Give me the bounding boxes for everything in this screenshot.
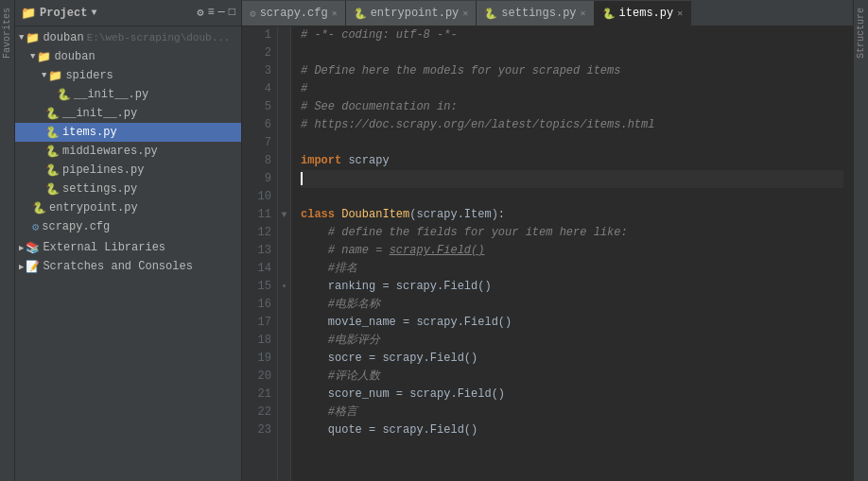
maximize-icon[interactable]: □ (229, 6, 235, 20)
tree-scratches-consoles[interactable]: ▶ 📝 Scratches and Consoles (15, 257, 241, 276)
line-num-6: 6 (242, 116, 271, 134)
structure-label[interactable]: Structure (854, 0, 868, 66)
external-icon: 📚 (26, 241, 40, 255)
fold-marker-2 (278, 44, 290, 62)
douban-arrow-icon: ▼ (30, 52, 35, 61)
line-num-21: 21 (242, 386, 271, 404)
project-dropdown-icon[interactable]: ▼ (91, 8, 96, 18)
python-file-icon-7: 🐍 (32, 201, 46, 215)
scratches-consoles-label: Scratches and Consoles (43, 260, 192, 273)
tab-items-py[interactable]: 🐍 items.py ✕ (595, 1, 692, 26)
code-line-4: # (301, 80, 843, 98)
file-tree: ▼ 📁 douban E:\web-scraping\doub... ▼ 📁 d… (15, 26, 241, 481)
fold-marker-11[interactable]: ▼ (278, 206, 290, 224)
python-file-icon-4: 🐍 (45, 145, 60, 159)
code-line-23: quote = scrapy.Field() (301, 421, 843, 439)
external-libraries-label: External Libraries (43, 241, 165, 254)
scratches-icon: 📝 (26, 260, 40, 274)
tab-entrypoint-icon: 🐍 (354, 8, 367, 20)
tree-items-py[interactable]: 🐍 items.py (15, 123, 241, 142)
tree-middlewares-py[interactable]: 🐍 middlewares.py (15, 142, 241, 161)
fold-marker-1 (278, 26, 290, 44)
menu-icon[interactable]: ≡ (207, 6, 214, 20)
code-line-9 (301, 170, 843, 188)
fold-marker-12 (278, 224, 290, 242)
root-arrow-icon: ▼ (19, 33, 24, 43)
scratches-arrow-icon: ▶ (19, 262, 24, 272)
code-line-7 (301, 134, 843, 152)
line-num-19: 19 (242, 350, 271, 368)
line-num-16: 16 (242, 296, 271, 314)
tab-scrapy-cfg-label: scrapy.cfg (260, 7, 328, 20)
tab-items-close[interactable]: ✕ (677, 8, 683, 19)
scrapy-cfg-label: scrapy.cfg (42, 220, 110, 233)
code-line-18: #电影评分 (301, 332, 843, 350)
fold-marker-10 (278, 188, 290, 206)
code-line-22: #格言 (301, 404, 843, 421)
items-py-label: items.py (62, 126, 117, 139)
tab-scrapy-cfg-icon: ⚙ (250, 8, 256, 20)
project-title[interactable]: Project (40, 7, 87, 20)
line-num-18: 18 (242, 332, 271, 350)
code-line-3: # Define here the models for your scrape… (301, 62, 843, 80)
line-num-23: 23 (242, 421, 271, 439)
code-line-10 (301, 188, 843, 206)
tree-init-douban[interactable]: 🐍 __init__.py (15, 104, 241, 123)
tab-scrapy-cfg[interactable]: ⚙ scrapy.cfg ✕ (242, 1, 346, 26)
code-line-13: # name = scrapy.Field() (301, 242, 843, 260)
line-num-3: 3 (242, 62, 271, 80)
line-num-15: 15 (242, 278, 271, 296)
structure-panel: Structure (853, 0, 868, 481)
tab-settings-py[interactable]: 🐍 settings.py ✕ (477, 1, 594, 26)
entrypoint-py-label: entrypoint.py (49, 201, 138, 215)
code-area[interactable]: # -*- coding: utf-8 -*- # Define here th… (291, 26, 853, 481)
tree-external-libraries[interactable]: ▶ 📚 External Libraries (15, 238, 241, 257)
external-arrow-icon: ▶ (19, 243, 24, 253)
line-num-20: 20 (242, 368, 271, 386)
tree-entrypoint-py[interactable]: 🐍 entrypoint.py (15, 198, 241, 217)
spiders-folder-icon: 📁 (48, 69, 62, 83)
code-line-15: ranking = scrapy.Field() (301, 278, 843, 296)
python-file-icon-2: 🐍 (45, 107, 60, 121)
settings-icon[interactable]: ⚙ (197, 6, 203, 20)
root-path: E:\web-scraping\doub... (87, 32, 231, 43)
tab-settings-close[interactable]: ✕ (581, 8, 586, 19)
tree-root[interactable]: ▼ 📁 douban E:\web-scraping\doub... (15, 28, 241, 47)
line-num-8: 8 (242, 152, 271, 170)
fold-marker-5 (278, 98, 290, 116)
tab-entrypoint-close[interactable]: ✕ (462, 8, 468, 19)
fold-gutter: ▼ • (278, 26, 291, 481)
python-file-icon-1: 🐍 (57, 88, 71, 102)
code-line-14: #排名 (301, 260, 843, 278)
favorites-label[interactable]: Favorites (0, 0, 14, 66)
code-line-6: # https://doc.scrapy.org/en/latest/topic… (301, 116, 843, 134)
code-line-2 (301, 44, 843, 62)
douban-folder-label: douban (54, 50, 95, 63)
fold-marker-7 (278, 134, 290, 152)
tab-entrypoint-py[interactable]: 🐍 entrypoint.py ✕ (346, 1, 477, 26)
python-file-icon-3: 🐍 (45, 126, 60, 140)
tree-settings-py[interactable]: 🐍 settings.py (15, 180, 241, 198)
middlewares-py-label: middlewares.py (62, 145, 158, 158)
tab-scrapy-cfg-close[interactable]: ✕ (332, 8, 338, 19)
code-line-5: # See documentation in: (301, 98, 843, 116)
tree-spiders-folder[interactable]: ▼ 📁 spiders (15, 66, 241, 85)
tree-douban-folder[interactable]: ▼ 📁 douban (15, 47, 241, 66)
line-numbers: 1 2 3 4 5 6 7 8 9 10 11 12 13 14 15 16 1… (242, 26, 278, 481)
tree-pipelines-py[interactable]: 🐍 pipelines.py (15, 161, 241, 180)
code-line-16: #电影名称 (301, 296, 843, 314)
line-num-4: 4 (242, 80, 271, 98)
editor-container: ⚙ scrapy.cfg ✕ 🐍 entrypoint.py ✕ 🐍 setti… (242, 0, 853, 481)
folder-icon: 📁 (21, 6, 36, 21)
root-folder-icon: 📁 (26, 31, 40, 45)
config-file-icon: ⚙ (32, 220, 39, 234)
tree-init-spiders[interactable]: 🐍 __init__.py (15, 85, 241, 104)
fold-marker-8 (278, 152, 290, 170)
python-file-icon-6: 🐍 (45, 182, 60, 197)
tree-scrapy-cfg[interactable]: ⚙ scrapy.cfg (15, 217, 241, 236)
minimize-icon[interactable]: — (218, 6, 225, 20)
tab-items-icon: 🐍 (602, 8, 616, 20)
code-line-8: import scrapy (301, 152, 843, 170)
line-num-22: 22 (242, 404, 271, 421)
fold-marker-15[interactable]: • (278, 278, 290, 296)
